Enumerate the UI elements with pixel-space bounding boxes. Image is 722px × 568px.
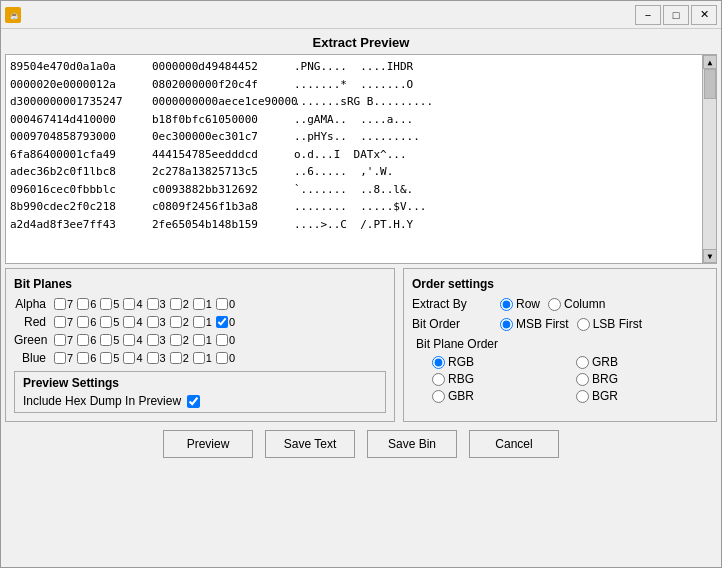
green-bit-1[interactable]: 1 bbox=[193, 334, 212, 346]
alpha-bit-5[interactable]: 5 bbox=[100, 298, 119, 310]
maximize-button[interactable]: □ bbox=[663, 5, 689, 25]
scroll-up-button[interactable]: ▲ bbox=[703, 55, 717, 69]
scroll-track[interactable] bbox=[703, 69, 716, 249]
blue-bit-5-checkbox[interactable] bbox=[100, 352, 112, 364]
bit-plane-grb-radio[interactable] bbox=[576, 356, 589, 369]
lsb-radio[interactable] bbox=[577, 318, 590, 331]
close-button[interactable]: ✕ bbox=[691, 5, 717, 25]
green-bit-3[interactable]: 3 bbox=[147, 334, 166, 346]
red-bit-7-checkbox[interactable] bbox=[54, 316, 66, 328]
alpha-bit-1-checkbox[interactable] bbox=[193, 298, 205, 310]
bit-plane-brg-option[interactable]: BRG bbox=[576, 372, 708, 386]
bit-plane-gbr-radio[interactable] bbox=[432, 390, 445, 403]
bit-plane-grb-option[interactable]: GRB bbox=[576, 355, 708, 369]
minimize-button[interactable]: − bbox=[635, 5, 661, 25]
blue-bit-3-checkbox[interactable] bbox=[147, 352, 159, 364]
blue-bit-4-checkbox[interactable] bbox=[123, 352, 135, 364]
preview-box: 89504e470d0a1a0a0000000d49484452.PNG....… bbox=[5, 54, 717, 264]
green-bit-5[interactable]: 5 bbox=[100, 334, 119, 346]
bit-plane-bgr-radio[interactable] bbox=[576, 390, 589, 403]
blue-bit-0-checkbox[interactable] bbox=[216, 352, 228, 364]
green-bit-5-checkbox[interactable] bbox=[100, 334, 112, 346]
red-bit-2-checkbox[interactable] bbox=[170, 316, 182, 328]
blue-bit-2-checkbox[interactable] bbox=[170, 352, 182, 364]
alpha-bit-7-checkbox[interactable] bbox=[54, 298, 66, 310]
red-bit-3[interactable]: 3 bbox=[147, 316, 166, 328]
alpha-bit-1[interactable]: 1 bbox=[193, 298, 212, 310]
preview-button[interactable]: Preview bbox=[163, 430, 253, 458]
red-bit-4[interactable]: 4 bbox=[123, 316, 142, 328]
alpha-bit-5-checkbox[interactable] bbox=[100, 298, 112, 310]
alpha-bit-0-checkbox[interactable] bbox=[216, 298, 228, 310]
blue-bit-1[interactable]: 1 bbox=[193, 352, 212, 364]
red-bit-6-checkbox[interactable] bbox=[77, 316, 89, 328]
table-row: 096016cec0fbbblcc0093882bb312692`.......… bbox=[10, 182, 712, 199]
red-bit-4-checkbox[interactable] bbox=[123, 316, 135, 328]
cancel-button[interactable]: Cancel bbox=[469, 430, 559, 458]
bit-plane-bgr-option[interactable]: BGR bbox=[576, 389, 708, 403]
col-radio[interactable] bbox=[548, 298, 561, 311]
alpha-bit-4-checkbox[interactable] bbox=[123, 298, 135, 310]
red-bit-6[interactable]: 6 bbox=[77, 316, 96, 328]
hex-dump-checkbox[interactable] bbox=[187, 395, 200, 408]
green-bit-3-checkbox[interactable] bbox=[147, 334, 159, 346]
alpha-bit-7[interactable]: 7 bbox=[54, 298, 73, 310]
save-bin-button[interactable]: Save Bin bbox=[367, 430, 457, 458]
bit-plane-rgb-radio[interactable] bbox=[432, 356, 445, 369]
red-bit-3-checkbox[interactable] bbox=[147, 316, 159, 328]
bit-plane-rbg-radio[interactable] bbox=[432, 373, 445, 386]
red-bit-1-checkbox[interactable] bbox=[193, 316, 205, 328]
green-bit-0-checkbox[interactable] bbox=[216, 334, 228, 346]
bit-plane-rbg-option[interactable]: RBG bbox=[432, 372, 564, 386]
alpha-bit-2[interactable]: 2 bbox=[170, 298, 189, 310]
blue-bit-3[interactable]: 3 bbox=[147, 352, 166, 364]
blue-bit-7-checkbox[interactable] bbox=[54, 352, 66, 364]
bit-plane-rgb-option[interactable]: RGB bbox=[432, 355, 564, 369]
alpha-bit-4[interactable]: 4 bbox=[123, 298, 142, 310]
row-radio[interactable] bbox=[500, 298, 513, 311]
blue-bit-6-checkbox[interactable] bbox=[77, 352, 89, 364]
alpha-bit-2-checkbox[interactable] bbox=[170, 298, 182, 310]
green-bit-1-checkbox[interactable] bbox=[193, 334, 205, 346]
scroll-thumb[interactable] bbox=[704, 69, 716, 99]
lsb-first-option[interactable]: LSB First bbox=[577, 317, 642, 331]
alpha-bit-3-checkbox[interactable] bbox=[147, 298, 159, 310]
scroll-down-button[interactable]: ▼ bbox=[703, 249, 717, 263]
red-bit-5[interactable]: 5 bbox=[100, 316, 119, 328]
green-bit-7-checkbox[interactable] bbox=[54, 334, 66, 346]
red-bit-2[interactable]: 2 bbox=[170, 316, 189, 328]
blue-bit-0[interactable]: 0 bbox=[216, 352, 235, 364]
green-bit-4-checkbox[interactable] bbox=[123, 334, 135, 346]
bit-plane-brg-radio[interactable] bbox=[576, 373, 589, 386]
blue-bit-7[interactable]: 7 bbox=[54, 352, 73, 364]
bit-plane-gbr-option[interactable]: GBR bbox=[432, 389, 564, 403]
green-bit-4[interactable]: 4 bbox=[123, 334, 142, 346]
red-bit-1[interactable]: 1 bbox=[193, 316, 212, 328]
blue-bit-4[interactable]: 4 bbox=[123, 352, 142, 364]
msb-radio[interactable] bbox=[500, 318, 513, 331]
green-bit-7[interactable]: 7 bbox=[54, 334, 73, 346]
blue-bit-1-checkbox[interactable] bbox=[193, 352, 205, 364]
blue-bit-2[interactable]: 2 bbox=[170, 352, 189, 364]
green-bit-2[interactable]: 2 bbox=[170, 334, 189, 346]
green-bit-6[interactable]: 6 bbox=[77, 334, 96, 346]
green-bit-6-checkbox[interactable] bbox=[77, 334, 89, 346]
alpha-bit-3[interactable]: 3 bbox=[147, 298, 166, 310]
blue-bit-5[interactable]: 5 bbox=[100, 352, 119, 364]
alpha-bit-6[interactable]: 6 bbox=[77, 298, 96, 310]
bit-plane-rgb-label: RGB bbox=[448, 355, 474, 369]
blue-bit-6[interactable]: 6 bbox=[77, 352, 96, 364]
red-bit-5-checkbox[interactable] bbox=[100, 316, 112, 328]
alpha-bit-6-checkbox[interactable] bbox=[77, 298, 89, 310]
scrollbar[interactable]: ▲ ▼ bbox=[702, 55, 716, 263]
green-bit-0[interactable]: 0 bbox=[216, 334, 235, 346]
extract-by-column-option[interactable]: Column bbox=[548, 297, 605, 311]
green-bit-2-checkbox[interactable] bbox=[170, 334, 182, 346]
red-bit-7[interactable]: 7 bbox=[54, 316, 73, 328]
save-text-button[interactable]: Save Text bbox=[265, 430, 355, 458]
extract-by-row-option[interactable]: Row bbox=[500, 297, 540, 311]
alpha-bit-0[interactable]: 0 bbox=[216, 298, 235, 310]
red-bit-0[interactable]: 0 bbox=[216, 316, 235, 328]
msb-first-option[interactable]: MSB First bbox=[500, 317, 569, 331]
red-bit-0-checkbox[interactable] bbox=[216, 316, 228, 328]
